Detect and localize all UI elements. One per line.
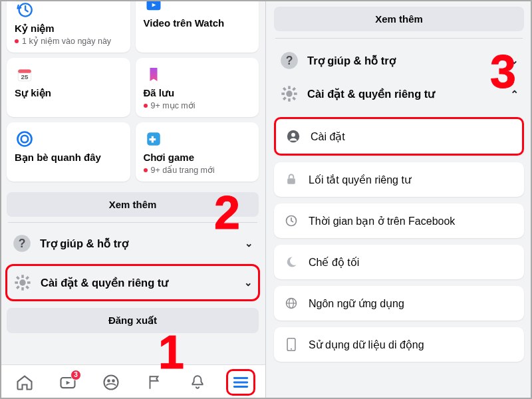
groups-icon <box>102 373 120 392</box>
nearby-icon <box>15 129 35 149</box>
home-icon <box>15 373 34 392</box>
card-nearby-friends[interactable]: Bạn bè quanh đây <box>7 122 130 182</box>
gear-icon <box>279 84 299 104</box>
left-panel: Kỷ niệm 1 kỷ niệm vào ngày này Video trê… <box>0 0 266 399</box>
menu-item-label: Cài đặt <box>311 130 345 143</box>
svg-point-47 <box>291 348 292 350</box>
card-events[interactable]: 25 Sự kiện <box>7 58 130 117</box>
question-circle-icon: ? <box>12 233 32 253</box>
menu-item-app-language[interactable]: Ngôn ngữ ứng dụng <box>274 286 524 321</box>
svg-line-37 <box>283 97 285 99</box>
svg-point-6 <box>18 132 32 146</box>
badge-count: 3 <box>70 370 81 380</box>
menu-item-mobile-data[interactable]: Sử dụng dữ liệu di động <box>274 327 524 362</box>
chevron-down-icon: ⌄ <box>244 277 253 289</box>
card-saved[interactable]: Đã lưu 9+ mục mới <box>136 58 259 117</box>
menu-item-label: Chế độ tối <box>309 256 359 269</box>
watch-icon <box>144 0 164 15</box>
section-label: Trợ giúp & hỗ trợ <box>40 237 237 250</box>
card-subtitle: 9+ dấu trang mới <box>144 165 253 175</box>
person-circle-icon <box>285 128 301 144</box>
card-title: Sự kiện <box>15 87 124 99</box>
card-memories[interactable]: Kỷ niệm 1 kỷ niệm vào ngày này <box>7 0 130 53</box>
svg-line-35 <box>283 88 285 90</box>
chevron-up-icon: ⌄ <box>510 88 519 100</box>
menu-item-settings[interactable]: Cài đặt <box>274 117 524 156</box>
section-label: Cài đặt & quyền riêng tư <box>307 88 502 100</box>
shortcut-grid: Kỷ niệm 1 kỷ niệm vào ngày này Video trê… <box>0 0 265 187</box>
section-label: Cài đặt & quyền riêng tư <box>41 277 236 289</box>
svg-line-18 <box>17 286 19 288</box>
svg-point-40 <box>291 133 295 137</box>
logout-button[interactable]: Đăng xuất <box>7 308 259 333</box>
tab-menu[interactable] <box>226 369 255 396</box>
menu-item-label: Ngôn ngữ ứng dụng <box>309 297 404 310</box>
gaming-icon <box>144 129 164 149</box>
card-title: Đã lưu <box>144 87 253 99</box>
new-dot-icon <box>144 104 148 108</box>
card-subtitle: 9+ mục mới <box>144 100 253 110</box>
card-title: Video trên Watch <box>144 17 253 29</box>
svg-point-24 <box>112 379 115 382</box>
tab-home[interactable] <box>10 369 39 396</box>
clock-icon <box>283 213 299 229</box>
flag-icon <box>146 374 163 391</box>
menu-item-privacy-shortcuts[interactable]: Lối tắt quyền riêng tư <box>274 162 524 197</box>
hamburger-icon <box>232 375 249 390</box>
menu-item-label: Thời gian bạn ở trên Facebook <box>309 215 455 227</box>
section-label: Trợ giúp & hỗ trợ <box>307 55 502 67</box>
svg-line-36 <box>293 97 295 99</box>
svg-point-11 <box>19 279 25 285</box>
lock-icon <box>283 172 299 188</box>
right-panel: Xem thêm ? Trợ giúp & hỗ trợ ⌄ Cài đặt &… <box>266 0 532 399</box>
svg-point-23 <box>107 379 110 382</box>
phone-icon <box>283 336 299 352</box>
new-dot-icon <box>144 168 148 172</box>
tab-groups[interactable] <box>96 369 126 396</box>
svg-point-22 <box>104 375 118 389</box>
calendar-icon: 25 <box>15 65 35 84</box>
bottom-tab-bar: 3 <box>0 364 265 399</box>
new-dot-icon <box>15 39 19 43</box>
card-gaming[interactable]: Chơi game 9+ dấu trang mới <box>136 122 259 182</box>
card-watch[interactable]: Video trên Watch <box>136 0 259 53</box>
clock-rewind-icon <box>15 0 35 20</box>
card-title: Bạn bè quanh đây <box>15 152 124 164</box>
bookmark-icon <box>144 65 164 84</box>
svg-rect-41 <box>287 178 295 184</box>
svg-line-17 <box>26 286 28 288</box>
svg-point-30 <box>286 90 292 96</box>
menu-item-label: Sử dụng dữ liệu di động <box>309 338 424 351</box>
card-subtitle: 1 kỷ niệm vào ngày này <box>15 36 124 46</box>
svg-line-19 <box>26 277 28 279</box>
moon-icon <box>283 254 299 270</box>
card-title: Chơi game <box>144 152 253 164</box>
svg-line-38 <box>293 88 295 90</box>
gear-icon <box>13 273 33 293</box>
tab-watch[interactable]: 3 <box>53 369 82 396</box>
chevron-down-icon: ⌄ <box>510 55 519 66</box>
svg-marker-21 <box>66 380 70 384</box>
settings-privacy-row[interactable]: Cài đặt & quyền riêng tư ⌄ <box>274 77 524 110</box>
tab-pages[interactable] <box>140 369 169 396</box>
bell-icon <box>189 374 206 391</box>
svg-text:25: 25 <box>21 73 29 80</box>
question-circle-icon: ? <box>279 51 299 70</box>
chevron-down-icon: ⌄ <box>245 237 253 249</box>
menu-item-time-on-facebook[interactable]: Thời gian bạn ở trên Facebook <box>274 203 524 238</box>
settings-privacy-row[interactable]: Cài đặt & quyền riêng tư ⌄ <box>5 264 260 301</box>
tab-notifications[interactable] <box>183 369 212 396</box>
see-more-button[interactable]: Xem thêm <box>7 192 259 217</box>
svg-line-16 <box>17 277 19 279</box>
card-title: Kỷ niệm <box>15 23 124 35</box>
svg-text:?: ? <box>19 237 26 250</box>
help-support-row[interactable]: ? Trợ giúp & hỗ trợ ⌄ <box>274 44 524 77</box>
see-more-button[interactable]: Xem thêm <box>274 7 524 31</box>
settings-submenu: Cài đặt Lối tắt quyền riêng tư Thời gian… <box>266 117 532 362</box>
menu-item-dark-mode[interactable]: Chế độ tối <box>274 245 524 279</box>
svg-text:?: ? <box>286 54 293 67</box>
svg-point-7 <box>21 136 29 143</box>
help-support-row[interactable]: ? Trợ giúp & hỗ trợ ⌄ <box>7 227 259 260</box>
globe-icon <box>283 295 299 311</box>
menu-item-label: Lối tắt quyền riêng tư <box>309 174 411 186</box>
